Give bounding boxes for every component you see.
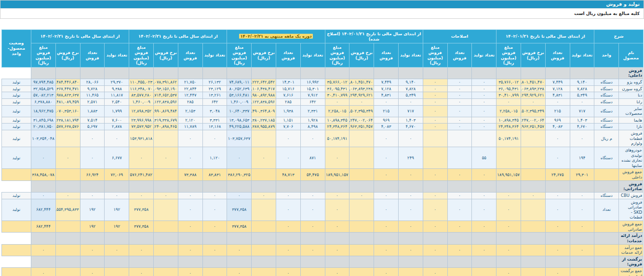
section-label: فروش داخلی: — [619, 67, 644, 79]
cell-g3-tt: ۰ — [399, 130, 423, 147]
cell-g6-rate: ۳,۴۸۴,۴۴۶,۸۴۰ — [55, 79, 80, 86]
header-product-status-unit: وضعیت محصول- واحد — [2, 30, 31, 68]
section-empty-cell — [227, 67, 252, 79]
header-g6-amount: مبلغ فروش (میلیون ریال) — [31, 43, 56, 68]
section-empty-cell — [545, 233, 570, 244]
total-row: جمع برگشت از فروش۰۰۰۰۰۰۰۰۰۰۰ — [2, 268, 644, 276]
cell-g6-tt: ۰ — [105, 244, 129, 256]
cell-g1-amount: ۱۸۹,۹۵۱,۱۵۷ — [496, 169, 521, 180]
cell-g6-rate: ۳,۳۶۷,۴۴۷,۴۷۱ — [55, 85, 80, 92]
cell-g4-tt: ۱۶,۹۹۲ — [300, 79, 325, 86]
cell-g3-tt: ۹,۱۴۰ — [399, 79, 423, 86]
cell-g6-tt: ۱,۷۹۹ — [105, 105, 129, 117]
cell-g4-rate: ۵,۲۲۲,۶۴۲,۵۴۲ — [252, 79, 276, 86]
status-cell: تولید — [2, 124, 31, 130]
cell-g6-rate — [55, 221, 80, 233]
section-empty-cell — [545, 180, 570, 192]
cell-g5-amount: ۱۲,۸۹۸,۳۵۲ — [129, 105, 154, 117]
unit-cell: م ریال — [594, 130, 619, 147]
cell-g6-tt: ۲,۸۷۸ — [105, 124, 129, 130]
section-empty-cell — [252, 233, 276, 244]
cell-g1-tt: ۰ — [570, 130, 594, 147]
status-cell — [2, 221, 31, 233]
section-empty-cell — [80, 256, 105, 267]
cell-g5-amount: ۵۷۶,۲۴۱,۴۸۲ — [129, 169, 154, 180]
cell-g6-rate — [55, 268, 80, 276]
cell-g1-rate: ۰ — [521, 192, 546, 199]
section-empty-cell — [545, 256, 570, 267]
cell-g4-amount: ۵۳,۱۶۶,۴۸۱ — [227, 92, 252, 99]
cell-g3-amount: ۰ — [325, 199, 349, 221]
cell-g3-amount: ۳۵,۷۶۶,۰۱۲ — [325, 79, 349, 86]
cell-g4-tt: ۰ — [300, 199, 325, 221]
cell-g6-amount: ۱۰۳,۳۵۴,۰۴۸ — [31, 130, 56, 147]
header-g2-tt: تعداد تولید — [472, 43, 496, 68]
product-name: هایما — [619, 117, 644, 124]
section-empty-cell — [399, 233, 423, 244]
cell-g2-amount: ۰ — [423, 268, 447, 276]
cell-g4-amount: ۰ — [227, 147, 252, 169]
cell-g3-tf: ۰ — [374, 147, 399, 169]
section-empty-cell — [325, 256, 349, 267]
cell-g2-tt: ۰ — [472, 124, 496, 130]
table-row: سایر محصولاتدستگاه۷۱۷۲۱۵۱۰,۵۰۲,۳۹۵,۳۴۹۲,… — [2, 105, 644, 117]
cell-g1-rate — [521, 268, 546, 276]
cell-g2-tt: ۰ — [472, 85, 496, 92]
highlighted-period-label: دوره یک ماهه منتهی به ۱۴۰۲/۰۲/۳۱ — [239, 34, 312, 39]
cell-g6-tt: ۰ — [105, 130, 129, 147]
cell-g6-tf: ۱۱,۴۶۵ — [80, 92, 105, 99]
status-cell: تولید — [2, 79, 31, 86]
cell-g4-rate: ۵,۴۹۰,۳۶۴,۸۰۹ — [252, 105, 276, 117]
cell-g3-rate: ۱۱,۲۴۷,۰۰۲,۰۶۴ — [349, 117, 374, 124]
cell-g5-rate: ۶,۷۱۴,۶۵۲,۵۳۷ — [154, 92, 178, 99]
cell-g5-tf: ۲,۱۲۰ — [178, 117, 202, 124]
cell-g3-amount: ۱۸۹,۹۵۱,۱۵۷ — [325, 169, 349, 180]
product-name: فروش قطعات ولوازم — [619, 130, 644, 147]
section-empty-cell — [252, 67, 276, 79]
cell-g1-tf: ۰ — [545, 147, 570, 169]
cell-g3-tf: ۰ — [374, 130, 399, 147]
total-row: جمع فروش صادراتی۰۰۰۰۰۰۰۰۰۰۰۳۷۷,۳۵۸۰۰۳۷۷,… — [2, 221, 644, 233]
status-cell: تولید — [2, 98, 31, 105]
section-empty-cell — [31, 180, 56, 192]
cell-g2-amount: ۰ — [423, 192, 447, 199]
section-empty-cell — [227, 256, 252, 267]
section-empty-cell — [31, 256, 56, 267]
section-empty-cell — [447, 180, 472, 192]
cell-g3-tt: ۴,۶۷۰ — [399, 124, 423, 130]
cell-g4-tf: ۰ — [276, 244, 301, 256]
cell-g5-tt: ۳,۳۳۱ — [202, 117, 227, 124]
header-g3-rate: نرخ فروش (ریال) — [349, 43, 374, 68]
cell-g2-tf: ۰ — [447, 79, 472, 86]
cell-g2-amount: ۰ — [423, 105, 447, 117]
cell-g5-rate — [154, 169, 178, 180]
cell-g1-tt: ۲۹,۳۰۱ — [570, 169, 594, 180]
section-empty-cell — [374, 180, 399, 192]
cell-g3-rate: ۱۰,۵۰۲,۳۹۵,۳۴۹ — [349, 105, 374, 117]
cell-g4-amount: ۱۰۳,۷۵۷,۶۳۷ — [227, 130, 252, 147]
section-empty-cell — [31, 67, 56, 79]
cell-g4-rate: ۶,۹۸۰,۸۹۲,۹۸۸ — [252, 92, 276, 99]
section-empty-cell — [594, 256, 619, 267]
cell-g3-tf: ۰ — [374, 221, 399, 233]
cell-g5-tt: ۲۶,۱۳۲ — [202, 79, 227, 86]
cell-g6-amount: ۳۶۸,۴۵۸,۰۷۸ — [31, 169, 56, 180]
cell-g1-tf: ۰ — [545, 199, 570, 221]
cell-g1-tt: ۰ — [570, 244, 594, 256]
table-row: رانادستگاه۰۰۰۰۰۰۰۰۰۰۰۶۴۲۲۸۵۵,۱۲۲,۸۳۸,۵۹۶… — [2, 98, 644, 105]
cell-g5-tf: ۰ — [178, 244, 202, 256]
cell-g4-tf: ۰ — [276, 147, 301, 169]
cell-g4-tf: ۷,۷۰۶ — [276, 124, 301, 130]
cell-g6-tf: ۱۹۲ — [80, 199, 105, 221]
section-empty-cell — [178, 180, 202, 192]
cell-g6-tf: ۱۹۲ — [80, 221, 105, 233]
unit-cell: دستگاه — [594, 98, 619, 105]
cell-g6-tf: ۰ — [80, 130, 105, 147]
section-empty-cell — [129, 256, 154, 267]
section-empty-cell — [276, 180, 301, 192]
cell-g3-tt: ۰ — [399, 98, 423, 105]
section-row: فروش داخلی: — [2, 67, 644, 79]
cell-g4-amount: ۳۸۶,۲۹۰,۳۲۵ — [227, 169, 252, 180]
cell-g5-amount: ۱,۴۶۰,۰۰۹ — [129, 98, 154, 105]
cell-g6-rate: ۴,۹۷۸,۸۲۳,۶۳۷ — [55, 92, 80, 99]
